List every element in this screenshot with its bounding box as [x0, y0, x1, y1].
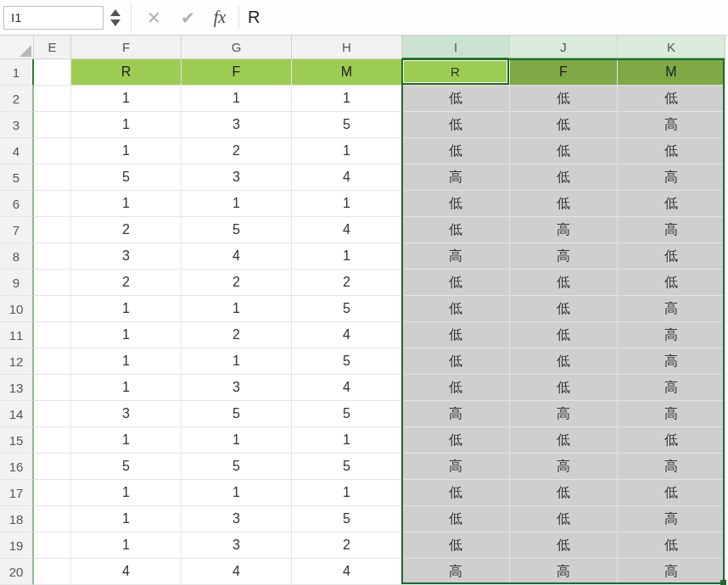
row-header-13[interactable]: 13 — [0, 375, 34, 401]
cell-G13[interactable]: 3 — [182, 375, 292, 401]
cell-G4[interactable]: 2 — [182, 138, 292, 164]
cell-E12[interactable] — [34, 348, 71, 375]
cell-G18[interactable]: 3 — [182, 506, 292, 532]
row-header-20[interactable]: 20 — [0, 559, 34, 585]
cell-I20[interactable]: 高 — [402, 559, 510, 585]
cell-K10[interactable]: 高 — [618, 296, 725, 322]
stepper-up-icon[interactable] — [110, 9, 120, 16]
cell-I4[interactable]: 低 — [402, 138, 510, 164]
cell-G14[interactable]: 5 — [182, 401, 292, 427]
cell-H18[interactable]: 5 — [292, 506, 402, 532]
cell-J10[interactable]: 低 — [510, 296, 618, 322]
cell-J18[interactable]: 低 — [510, 506, 618, 532]
row-header-12[interactable]: 12 — [0, 348, 34, 375]
column-header-I[interactable]: I — [402, 36, 510, 59]
cell-F18[interactable]: 1 — [71, 506, 182, 532]
cell-F5[interactable]: 5 — [71, 164, 182, 191]
cell-F6[interactable]: 1 — [71, 191, 182, 217]
cell-K8[interactable]: 低 — [618, 243, 725, 270]
cell-J15[interactable]: 低 — [510, 427, 618, 454]
cell-J11[interactable]: 低 — [510, 322, 618, 348]
cell-I6[interactable]: 低 — [402, 191, 510, 217]
cell-F14[interactable]: 3 — [71, 401, 182, 427]
cell-E16[interactable] — [34, 454, 71, 480]
cell-K15[interactable]: 低 — [618, 427, 725, 454]
cell-F1[interactable]: R — [71, 59, 182, 86]
cell-J14[interactable]: 高 — [510, 401, 618, 427]
cell-E10[interactable] — [34, 296, 71, 322]
cell-I7[interactable]: 低 — [402, 217, 510, 243]
cell-E15[interactable] — [34, 427, 71, 454]
cell-I5[interactable]: 高 — [402, 164, 510, 191]
cell-K6[interactable]: 低 — [618, 191, 725, 217]
cell-G17[interactable]: 1 — [182, 480, 292, 506]
cell-F10[interactable]: 1 — [71, 296, 182, 322]
cell-F7[interactable]: 2 — [71, 217, 182, 243]
cell-F4[interactable]: 1 — [71, 138, 182, 164]
cell-F17[interactable]: 1 — [71, 480, 182, 506]
cell-H10[interactable]: 5 — [292, 296, 402, 322]
cell-E11[interactable] — [34, 322, 71, 348]
cell-E20[interactable] — [34, 559, 71, 585]
cell-E6[interactable] — [34, 191, 71, 217]
cell-I1[interactable]: R — [402, 59, 510, 86]
cell-I9[interactable]: 低 — [402, 270, 510, 296]
cell-K7[interactable]: 高 — [618, 217, 725, 243]
cell-G8[interactable]: 4 — [182, 243, 292, 270]
cell-G12[interactable]: 1 — [182, 348, 292, 375]
cell-H5[interactable]: 4 — [292, 164, 402, 191]
cell-I16[interactable]: 高 — [402, 454, 510, 480]
cell-J4[interactable]: 低 — [510, 138, 618, 164]
cell-E1[interactable] — [34, 59, 71, 86]
cell-K2[interactable]: 低 — [618, 86, 725, 112]
cell-K20[interactable]: 高 — [618, 559, 725, 585]
cell-E2[interactable] — [34, 86, 71, 112]
cell-H4[interactable]: 1 — [292, 138, 402, 164]
cell-H20[interactable]: 4 — [292, 559, 402, 585]
cell-J3[interactable]: 低 — [510, 112, 618, 138]
cell-H12[interactable]: 5 — [292, 348, 402, 375]
row-header-7[interactable]: 7 — [0, 217, 34, 243]
cell-F11[interactable]: 1 — [71, 322, 182, 348]
cell-J16[interactable]: 高 — [510, 454, 618, 480]
column-header-F[interactable]: F — [71, 36, 182, 59]
formula-input[interactable] — [243, 5, 728, 31]
column-header-K[interactable]: K — [618, 36, 725, 59]
row-header-5[interactable]: 5 — [0, 164, 34, 191]
cell-K14[interactable]: 高 — [618, 401, 725, 427]
cell-F13[interactable]: 1 — [71, 375, 182, 401]
cell-J12[interactable]: 低 — [510, 348, 618, 375]
confirm-button[interactable]: ✔ — [171, 8, 204, 28]
cell-H19[interactable]: 2 — [292, 532, 402, 559]
column-header-G[interactable]: G — [182, 36, 292, 59]
cell-K17[interactable]: 低 — [618, 480, 725, 506]
cell-K11[interactable]: 高 — [618, 322, 725, 348]
fx-button[interactable]: fx — [204, 8, 235, 27]
cell-E13[interactable] — [34, 375, 71, 401]
cell-H16[interactable]: 5 — [292, 454, 402, 480]
cell-H17[interactable]: 1 — [292, 480, 402, 506]
cell-I19[interactable]: 低 — [402, 532, 510, 559]
cell-F9[interactable]: 2 — [71, 270, 182, 296]
cell-H9[interactable]: 2 — [292, 270, 402, 296]
cell-K12[interactable]: 高 — [618, 348, 725, 375]
row-header-16[interactable]: 16 — [0, 454, 34, 480]
cell-E8[interactable] — [34, 243, 71, 270]
row-header-11[interactable]: 11 — [0, 322, 34, 348]
cell-J8[interactable]: 高 — [510, 243, 618, 270]
cell-K16[interactable]: 高 — [618, 454, 725, 480]
cell-I12[interactable]: 低 — [402, 348, 510, 375]
cell-H15[interactable]: 1 — [292, 427, 402, 454]
row-header-9[interactable]: 9 — [0, 270, 34, 296]
cell-J9[interactable]: 低 — [510, 270, 618, 296]
cell-J2[interactable]: 低 — [510, 86, 618, 112]
cell-H3[interactable]: 5 — [292, 112, 402, 138]
cell-I2[interactable]: 低 — [402, 86, 510, 112]
cell-K1[interactable]: M — [618, 59, 725, 86]
cell-G19[interactable]: 3 — [182, 532, 292, 559]
row-header-17[interactable]: 17 — [0, 480, 34, 506]
cell-E7[interactable] — [34, 217, 71, 243]
cell-K9[interactable]: 低 — [618, 270, 725, 296]
cell-G16[interactable]: 5 — [182, 454, 292, 480]
name-box-stepper[interactable] — [110, 9, 120, 26]
